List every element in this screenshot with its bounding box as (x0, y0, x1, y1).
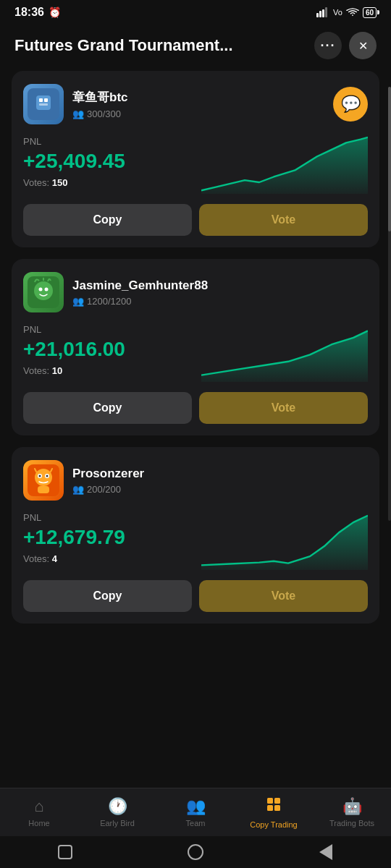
close-button[interactable]: ✕ (349, 32, 377, 59)
tradingbots-icon: 🤖 (342, 797, 362, 816)
svg-rect-30 (274, 805, 280, 811)
trader-followers-1: 👥 300/300 (72, 109, 128, 119)
action-buttons-3: Copy Vote (23, 580, 368, 612)
copy-button-1[interactable]: Copy (23, 204, 192, 236)
page-title: Futures Grand Tournament... (14, 36, 233, 55)
signal-icon (316, 7, 329, 17)
pnl-value-3: +12,679.79 (23, 526, 125, 549)
avatar-image-3 (23, 460, 64, 501)
nav-item-home[interactable]: ⌂ Home (14, 797, 64, 827)
pnl-section-3: PNL +12,679.79 Votes: 4 (23, 512, 368, 570)
chart-3 (201, 512, 368, 570)
wifi-icon (346, 7, 359, 17)
status-icons: Vo 60 (316, 7, 377, 18)
svg-point-17 (45, 288, 49, 292)
trader-name-2: Jasmine_Gemhunter88 (72, 278, 208, 293)
pnl-left-2: PNL +21,016.00 Votes: 10 (23, 324, 125, 376)
trader-card-3: Prosonzerer 👥 200/200 PNL +12,679.79 Vot… (12, 447, 379, 624)
header: Futures Grand Tournament... ··· ✕ (0, 23, 391, 71)
trader-card-1: 章鱼哥btc 👥 300/300 💬 PNL +25,409.45 Votes:… (12, 71, 379, 247)
trader-name-block-1: 章鱼哥btc 👥 300/300 (72, 89, 128, 119)
svg-point-23 (39, 475, 41, 477)
scrollbar-thumb[interactable] (388, 87, 391, 231)
trader-name-3: Prosonzerer (72, 467, 144, 481)
trader-header-1: 章鱼哥btc 👥 300/300 💬 (23, 84, 368, 124)
nav-item-tradingbots[interactable]: 🤖 Trading Bots (327, 797, 377, 827)
more-icon: ··· (320, 38, 335, 54)
copy-button-3[interactable]: Copy (23, 580, 192, 612)
recent-apps-button[interactable] (54, 841, 77, 864)
votes-text-1: Votes: 150 (23, 177, 125, 188)
svg-rect-7 (44, 98, 48, 102)
votes-text-2: Votes: 10 (23, 365, 125, 376)
svg-rect-10 (39, 110, 42, 116)
circle-icon (188, 844, 203, 860)
home-hardware-button[interactable] (184, 841, 207, 864)
copy-button-2[interactable]: Copy (23, 392, 192, 424)
vote-button-2[interactable]: Vote (199, 392, 368, 424)
trader-followers-2: 👥 1200/1200 (72, 296, 208, 307)
action-buttons-2: Copy Vote (23, 392, 368, 424)
svg-rect-2 (322, 9, 324, 17)
trader-info-3: Prosonzerer 👥 200/200 (23, 460, 144, 501)
trader-name-block-3: Prosonzerer 👥 200/200 (72, 467, 144, 495)
svg-rect-1 (319, 11, 321, 17)
trader-info-1: 章鱼哥btc 👥 300/300 (23, 84, 128, 124)
svg-rect-29 (267, 805, 273, 811)
trader-followers-3: 👥 200/200 (72, 484, 144, 495)
copytrading-icon (265, 796, 282, 817)
svg-marker-18 (201, 331, 368, 382)
status-time: 18:36 (14, 6, 44, 19)
svg-point-15 (34, 281, 53, 300)
trader-card-2: Jasmine_Gemhunter88 👥 1200/1200 PNL +21,… (12, 259, 379, 435)
trader-header-3: Prosonzerer 👥 200/200 (23, 460, 368, 501)
people-icon-3: 👥 (72, 484, 84, 495)
chart-2 (201, 324, 368, 382)
nav-item-earlybird[interactable]: 🕐 Early Bird (92, 797, 143, 827)
vote-button-1[interactable]: Vote (199, 204, 368, 236)
svg-rect-5 (36, 95, 51, 110)
more-button[interactable]: ··· (314, 32, 342, 59)
svg-point-20 (35, 469, 52, 486)
alarm-icon: ⏰ (49, 7, 61, 18)
nav-label-tradingbots: Trading Bots (329, 819, 374, 827)
chart-1 (201, 136, 368, 194)
trader-avatar-2 (23, 272, 64, 312)
content-area: 章鱼哥btc 👥 300/300 💬 PNL +25,409.45 Votes:… (0, 71, 391, 700)
trader-header-2: Jasmine_Gemhunter88 👥 1200/1200 (23, 272, 368, 312)
header-actions: ··· ✕ (314, 32, 377, 59)
pnl-left-1: PNL +25,409.45 Votes: 150 (23, 136, 125, 188)
action-buttons-1: Copy Vote (23, 204, 368, 236)
pnl-value-2: +21,016.00 (23, 338, 125, 361)
avatar-image-2 (23, 272, 64, 312)
pnl-label-3: PNL (23, 512, 125, 523)
svg-rect-27 (267, 798, 273, 804)
svg-rect-28 (274, 798, 280, 804)
svg-point-24 (46, 475, 49, 477)
chat-button-1[interactable]: 💬 (333, 87, 368, 122)
people-icon-2: 👥 (72, 296, 84, 307)
android-nav-bar (0, 836, 391, 868)
nav-label-copytrading: Copy Trading (250, 820, 297, 829)
nav-item-copytrading[interactable]: Copy Trading (248, 796, 299, 829)
team-icon: 👥 (186, 797, 206, 816)
trader-avatar-3 (23, 460, 64, 501)
battery-icon: 60 (363, 7, 377, 18)
vote-button-3[interactable]: Vote (199, 580, 368, 612)
svg-rect-6 (39, 98, 43, 102)
trader-name-block-2: Jasmine_Gemhunter88 👥 1200/1200 (72, 278, 208, 307)
nav-item-team[interactable]: 👥 Team (170, 797, 221, 827)
pnl-label-1: PNL (23, 136, 125, 147)
scrollbar-track[interactable] (388, 87, 391, 521)
trader-name-1: 章鱼哥btc (72, 89, 128, 106)
svg-rect-12 (49, 110, 52, 116)
svg-rect-8 (39, 103, 48, 106)
svg-rect-25 (38, 486, 49, 493)
pnl-value-1: +25,409.45 (23, 150, 125, 173)
pnl-left-3: PNL +12,679.79 Votes: 4 (23, 512, 125, 564)
vo-label: Vo (333, 8, 342, 17)
chat-icon-1: 💬 (341, 95, 361, 114)
back-button[interactable] (314, 841, 337, 864)
trader-info-2: Jasmine_Gemhunter88 👥 1200/1200 (23, 272, 208, 312)
trader-avatar-1 (23, 84, 64, 124)
